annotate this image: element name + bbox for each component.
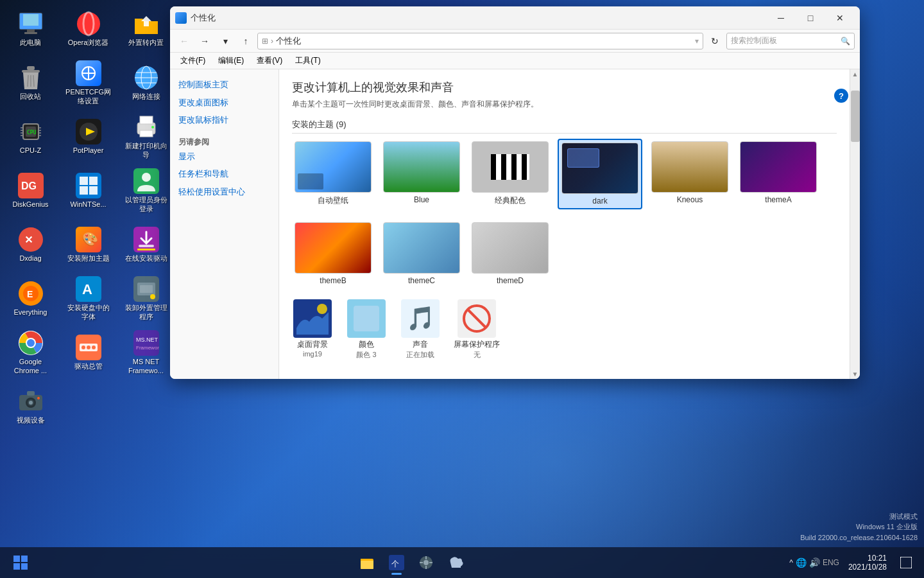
- help-button[interactable]: ?: [834, 89, 848, 103]
- icon-diskgenius[interactable]: DG DiskGenius: [3, 165, 58, 216]
- close-button[interactable]: ✕: [825, 6, 855, 30]
- recent-locations-button[interactable]: ▾: [216, 32, 234, 50]
- taskbar-icon-file[interactable]: [353, 548, 381, 577]
- tray-speaker-icon[interactable]: 🔊: [809, 557, 820, 568]
- icon-penetcfg[interactable]: PENETCFG网络设置: [61, 57, 116, 109]
- menu-view[interactable]: 查看(V): [252, 54, 287, 67]
- theme-label-classic: 经典配色: [495, 195, 526, 206]
- svg-line-8: [28, 75, 28, 87]
- theme-dark[interactable]: dark: [558, 139, 642, 209]
- taskbar-icon-brain[interactable]: [441, 548, 470, 577]
- icon-network[interactable]: 网络连接: [119, 57, 173, 109]
- svg-text:E: E: [27, 289, 33, 299]
- svg-rect-3: [24, 32, 37, 34]
- taskbar-icon-personalize[interactable]: 个: [382, 548, 411, 577]
- icon-msnet[interactable]: MS.NET Framework MS NET Framewo...: [119, 327, 173, 378]
- icon-potplayer[interactable]: PotPlayer: [61, 111, 116, 162]
- svg-point-81: [317, 304, 327, 314]
- bottom-sound[interactable]: 🎵 声音 正在加载: [400, 298, 441, 360]
- svg-rect-71: [133, 330, 159, 356]
- menu-tools[interactable]: 工具(T): [290, 54, 325, 67]
- tray-arrow[interactable]: ^: [789, 558, 793, 567]
- sidebar-display[interactable]: 显示: [173, 148, 275, 166]
- icon-driver[interactable]: 驱动总管: [61, 327, 116, 378]
- svg-point-79: [37, 397, 40, 399]
- sidebar-taskbar[interactable]: 任务栏和导航: [173, 165, 275, 183]
- icon-printer-wizard[interactable]: 新建打印机向导: [119, 111, 173, 162]
- address-bar[interactable]: ⊞ › 个性化 ▾: [257, 33, 703, 49]
- icon-cpu-z[interactable]: CPU CPU-Z: [3, 111, 58, 162]
- bottom-color[interactable]: 颜色 颜色 3: [346, 298, 387, 360]
- minimize-button[interactable]: ─: [766, 6, 796, 30]
- scroll-down-btn[interactable]: ▼: [852, 371, 859, 378]
- theme-auto-wallpaper[interactable]: 自动壁纸: [292, 139, 374, 209]
- svg-rect-35: [140, 130, 153, 137]
- icon-export-position[interactable]: 外置转内置: [119, 3, 173, 55]
- dxdiag-icon: ✕: [18, 227, 44, 252]
- icon-install-font[interactable]: A 安装硬盘中的字体: [61, 273, 116, 324]
- icon-dxdiag[interactable]: ✕ Dxdiag: [3, 219, 58, 270]
- theme-label-themeb: themeB: [320, 276, 346, 285]
- icon-winntsetup[interactable]: WinNTSe...: [61, 165, 116, 216]
- personalize-taskbar-icon: 个: [389, 555, 404, 570]
- theme-themed[interactable]: themeD: [469, 220, 551, 288]
- maximize-button[interactable]: □: [796, 6, 825, 30]
- theme-themeb[interactable]: themeB: [292, 220, 374, 288]
- everything-icon: E: [18, 281, 44, 306]
- svg-point-77: [29, 401, 33, 405]
- clock[interactable]: 10:21 2021/10/28: [844, 552, 891, 573]
- search-box[interactable]: 搜索控制面板 🔍: [726, 33, 855, 49]
- icon-opera[interactable]: Opera浏览器: [61, 3, 116, 55]
- sidebar-control-panel[interactable]: 控制面板主页: [173, 76, 275, 94]
- start-button[interactable]: [8, 550, 33, 575]
- svg-text:🎵: 🎵: [406, 304, 435, 332]
- icon-printer-label: 新建打印机向导: [122, 142, 170, 159]
- svg-point-4: [77, 12, 100, 35]
- tray-network-icon[interactable]: 🌐: [796, 557, 807, 568]
- theme-label-blue: Blue: [414, 195, 429, 204]
- icon-everything[interactable]: E Everything: [3, 273, 58, 324]
- refresh-button[interactable]: ↻: [706, 32, 724, 50]
- msnet-icon: MS.NET Framework: [133, 330, 159, 356]
- up-button[interactable]: ↑: [237, 32, 255, 50]
- forward-button[interactable]: →: [196, 32, 214, 50]
- theme-themea[interactable]: themeA: [737, 139, 819, 209]
- bottom-screensaver[interactable]: 屏幕保护程序 无: [454, 298, 500, 360]
- icon-admin-login[interactable]: 以管理员身份登录: [119, 165, 173, 216]
- theme-blue[interactable]: Blue: [381, 139, 463, 209]
- scroll-thumb[interactable]: [851, 91, 860, 142]
- taskbar-left: [8, 550, 33, 575]
- icon-google-chrome[interactable]: Google Chrome ...: [3, 327, 58, 378]
- theme-label-dark: dark: [592, 197, 607, 206]
- menu-file[interactable]: 文件(F): [175, 54, 210, 67]
- icon-camera[interactable]: 视频设备: [3, 381, 58, 432]
- scroll-up-btn[interactable]: ▲: [852, 71, 859, 78]
- windows-logo-icon: [13, 555, 28, 570]
- menu-edit[interactable]: 编辑(E): [213, 54, 249, 67]
- icon-hardware-mgr[interactable]: 装卸外置管理程序: [119, 273, 173, 324]
- sidebar-desktop-icons[interactable]: 更改桌面图标: [173, 94, 275, 112]
- icon-my-computer-label: 此电脑: [20, 39, 41, 47]
- theme-classic[interactable]: 经典配色: [469, 139, 551, 209]
- back-button[interactable]: ←: [175, 32, 193, 50]
- icon-my-computer[interactable]: 此电脑: [3, 3, 58, 55]
- google-chrome-icon: [18, 330, 44, 356]
- theme-themec[interactable]: themeC: [381, 220, 463, 288]
- address-dropdown-icon[interactable]: ▾: [695, 37, 699, 46]
- themes-grid-row1: 自动壁纸 Blue 经典配色: [292, 139, 837, 209]
- diskgenius-icon: DG: [18, 173, 44, 198]
- svg-rect-100: [425, 566, 427, 569]
- bottom-desktop-bg[interactable]: 桌面背景 img19: [292, 298, 333, 360]
- icon-camera-label: 视频设备: [17, 416, 45, 425]
- theme-kneous[interactable]: Kneous: [649, 139, 731, 209]
- notification-btn[interactable]: [896, 552, 916, 573]
- icon-online-install[interactable]: 在线安装驱动: [119, 219, 173, 270]
- sidebar-mouse-pointer[interactable]: 更改鼠标指针: [173, 111, 275, 129]
- icon-recycle-bin[interactable]: 回收站: [3, 57, 58, 109]
- address-path: 个性化: [276, 35, 301, 47]
- sidebar-accessibility[interactable]: 轻松使用设置中心: [173, 183, 275, 201]
- taskbar-icon-settings[interactable]: [412, 548, 440, 577]
- icon-add-theme[interactable]: 🎨 安装附加主题: [61, 219, 116, 270]
- content-subtitle: 单击某个主题可一次性同时更改桌面背景、颜色、声音和屏幕保护程序。: [292, 99, 837, 110]
- window-scrollbar[interactable]: ▲ ▼: [850, 69, 860, 379]
